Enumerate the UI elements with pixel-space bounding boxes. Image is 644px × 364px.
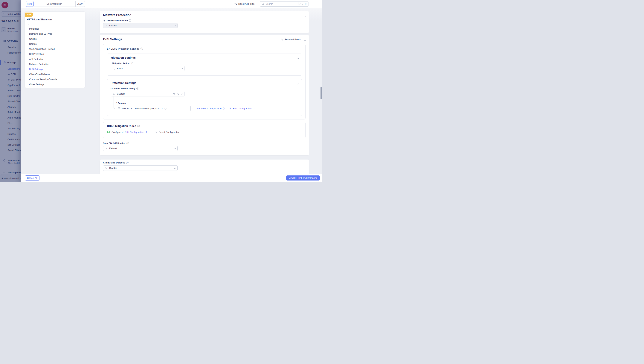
section-title: DoS Settings <box>103 38 122 41</box>
client-side-defense-section: Client-Side Defense Disable <box>100 160 309 174</box>
chevron-down-icon <box>174 167 176 169</box>
undo-icon <box>234 3 237 6</box>
info-icon[interactable] <box>129 19 131 22</box>
slow-ddos-mitigation-select[interactable]: Default <box>103 146 178 151</box>
dos-settings-section: DoS Settings Reset All Fields L7 DDoS Pr… <box>100 35 309 155</box>
custom-policy-ref-select[interactable]: f5xc-waap-demo/allowed-geo-prod ✕ <box>116 106 191 111</box>
chevron-down-icon <box>174 25 176 27</box>
refresh-icon[interactable] <box>177 93 180 95</box>
clear-icon[interactable]: ✕ <box>161 107 163 110</box>
divider <box>298 3 298 6</box>
modal-footer: Cancel All Add HTTP Load Balancer <box>21 174 322 182</box>
collapse-icon[interactable] <box>304 14 306 18</box>
l7-ddos-card: L7 DDoS Protection Settings Mitigation S… <box>103 44 306 120</box>
eye-icon <box>197 107 200 110</box>
branch-icon <box>113 93 116 95</box>
info-icon[interactable] <box>127 102 129 104</box>
nav-item-origins[interactable]: Origins <box>25 36 85 41</box>
lock-icon <box>103 19 106 22</box>
edit-configuration-link[interactable]: Edit Configuration <box>229 107 255 110</box>
collapse-icon[interactable] <box>304 39 306 42</box>
nav-item-api-protection[interactable]: API Protection <box>25 57 85 62</box>
tab-form[interactable]: Form <box>26 1 34 7</box>
info-icon[interactable] <box>126 162 128 164</box>
nav-item-other-settings[interactable]: Other Settings <box>25 82 85 87</box>
chevron-down-icon <box>174 148 176 149</box>
selected-value: Disable <box>109 24 173 27</box>
mitigation-action-select[interactable]: Block <box>111 66 184 71</box>
modal-header: Form Documentation JSON Reset All Fields <box>21 0 322 8</box>
modal-content: New HTTP Load Balancer Metadata Domains … <box>21 8 322 174</box>
collapse-icon[interactable] <box>298 57 299 60</box>
search-next-icon[interactable] <box>302 3 304 5</box>
selected-value: Custom <box>117 92 172 95</box>
notch <box>28 23 30 25</box>
l7-title: L7 DDoS Protection Settings <box>107 47 139 50</box>
custom-service-policy-select[interactable]: Custom <box>111 91 184 96</box>
card-title: DDoS Mitigation Rules <box>107 125 136 128</box>
scrollbar-thumb[interactable] <box>320 87 322 99</box>
chevron-right-icon <box>146 131 147 133</box>
info-icon[interactable] <box>136 87 139 90</box>
client-side-defense-select[interactable]: Disable <box>103 165 178 171</box>
tab-json[interactable]: JSON <box>76 1 85 7</box>
nav-item-domains-lb-type[interactable]: Domains and LB Type <box>25 31 85 36</box>
card-title: Protection Settings <box>110 81 136 85</box>
malware-protection-section: Malware Protection * Malware Protection … <box>100 11 309 33</box>
undo-icon <box>154 131 157 134</box>
chevron-right-icon <box>253 108 255 109</box>
form-view-tabs: Form Documentation JSON <box>26 1 85 7</box>
dos-reset-all-fields-button[interactable]: Reset All Fields <box>280 38 301 41</box>
chevron-down-icon <box>165 108 166 109</box>
selected-value: f5xc-waap-demo/allowed-geo-prod <box>122 107 160 110</box>
http-lb-form-modal: Form Documentation JSON Reset All Fields <box>21 0 322 182</box>
nav-item-metadata[interactable]: Metadata <box>25 26 85 31</box>
object-ref-icon <box>118 107 120 110</box>
view-configuration-link[interactable]: View Configuration <box>197 107 224 110</box>
nav-item-dos-settings[interactable]: DoS Settings <box>25 67 85 72</box>
nav-divider <box>25 24 85 24</box>
field-label: * Malware Protection <box>107 20 128 22</box>
rules-edit-configuration-link[interactable]: Edit Configuration <box>125 131 147 134</box>
ddos-mitigation-rules-card: DDoS Mitigation Rules Configured Edit Co… <box>103 122 306 138</box>
chevron-right-icon <box>222 108 224 109</box>
branch-icon <box>113 67 116 70</box>
nav-item-malware-protection[interactable]: Malware Protection <box>25 62 85 67</box>
malware-protection-select[interactable]: Disable <box>103 23 178 28</box>
tab-documentation[interactable]: Documentation <box>33 1 76 7</box>
branch-icon <box>105 24 108 27</box>
info-icon[interactable] <box>140 48 143 50</box>
form-section-nav: New HTTP Load Balancer Metadata Domains … <box>24 12 85 88</box>
nav-item-routes[interactable]: Routes <box>25 41 85 47</box>
chevron-down-icon <box>181 68 183 70</box>
field-label: Client-Side Defense <box>103 161 125 164</box>
info-icon[interactable] <box>126 142 129 144</box>
section-title: Malware Protection <box>103 13 131 17</box>
add-http-load-balancer-button[interactable]: Add HTTP Load Balancer <box>286 175 320 181</box>
modal-dim-overlay <box>0 0 21 182</box>
cancel-all-button[interactable]: Cancel All <box>25 175 40 181</box>
left-sidebar: f5 Select Works Web App & AP D default N… <box>0 0 21 182</box>
search-prev-icon[interactable] <box>299 3 301 5</box>
check-circle-icon <box>107 131 110 134</box>
selected-value: Default <box>109 147 173 150</box>
reset-all-fields-button[interactable]: Reset All Fields <box>234 3 254 6</box>
search-input[interactable] <box>265 3 297 6</box>
new-badge: New <box>25 13 33 17</box>
selected-value: Disable <box>109 167 173 169</box>
mitigation-settings-card: Mitigation Settings * Mitigation Action … <box>107 54 302 76</box>
nav-item-waf[interactable]: Web Application Firewall <box>25 47 85 52</box>
info-icon[interactable] <box>137 125 140 127</box>
undo-icon[interactable] <box>173 93 176 95</box>
chevron-down-icon <box>181 93 183 95</box>
protection-settings-card: Protection Settings * Custom Service Pol… <box>107 79 302 116</box>
nav-item-client-side-defense[interactable]: Client-Side Defense <box>25 72 85 77</box>
nav-item-common-security-controls[interactable]: Common Security Controls <box>25 77 85 82</box>
branch-icon <box>105 167 108 169</box>
collapse-icon[interactable] <box>298 82 299 85</box>
undo-icon <box>280 38 283 41</box>
info-icon[interactable] <box>130 62 133 64</box>
reset-configuration-button[interactable]: Reset Configuration <box>154 131 180 134</box>
search-close-icon[interactable]: ✕ <box>304 3 307 5</box>
nav-item-bot-protection[interactable]: Bot Protection <box>25 52 85 57</box>
